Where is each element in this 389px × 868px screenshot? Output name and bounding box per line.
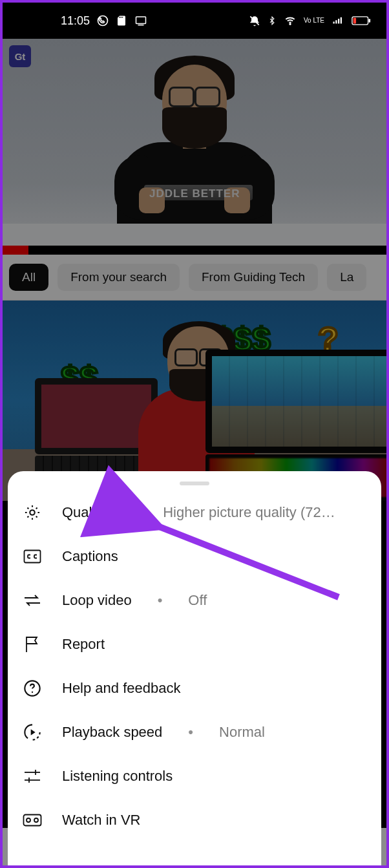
battery-icon bbox=[352, 16, 371, 26]
wifi-icon bbox=[283, 15, 297, 26]
status-time: 11:05 bbox=[61, 14, 90, 28]
svg-point-22 bbox=[34, 818, 38, 822]
svg-rect-8 bbox=[341, 17, 342, 24]
menu-captions-label: Captions bbox=[62, 548, 118, 565]
menu-speed-value: Normal bbox=[219, 724, 367, 741]
status-bar: 11:05 Vo LTE bbox=[3, 3, 386, 39]
cast-icon bbox=[134, 15, 148, 26]
menu-help-label: Help and feedback bbox=[62, 680, 180, 697]
svg-point-12 bbox=[30, 510, 34, 514]
menu-listening-controls[interactable]: Listening controls bbox=[22, 754, 367, 798]
sheet-drag-handle[interactable] bbox=[180, 482, 209, 485]
svg-rect-1 bbox=[136, 17, 146, 24]
menu-quality-label: Quality bbox=[62, 504, 106, 521]
svg-point-21 bbox=[26, 818, 30, 822]
svg-rect-13 bbox=[25, 551, 41, 563]
menu-watch-vr[interactable]: Watch in VR bbox=[22, 798, 367, 842]
playback-speed-icon bbox=[22, 722, 43, 743]
svg-rect-7 bbox=[338, 19, 339, 24]
menu-loop-label: Loop video bbox=[62, 592, 132, 609]
separator-dot: • bbox=[151, 592, 169, 609]
svg-rect-6 bbox=[335, 20, 337, 23]
network-label: Vo LTE bbox=[304, 17, 324, 24]
loop-icon bbox=[22, 590, 43, 611]
menu-report-label: Report bbox=[62, 636, 105, 653]
menu-listening-label: Listening controls bbox=[62, 768, 173, 785]
menu-report[interactable]: Report bbox=[22, 622, 367, 666]
bluetooth-icon bbox=[268, 14, 277, 27]
svg-point-4 bbox=[289, 24, 291, 25]
svg-rect-10 bbox=[368, 19, 370, 22]
signal-icon bbox=[331, 15, 345, 26]
menu-speed-label: Playback speed bbox=[62, 724, 162, 741]
svg-rect-5 bbox=[333, 22, 335, 24]
menu-loop-value: Off bbox=[188, 592, 367, 609]
help-icon bbox=[22, 678, 43, 699]
menu-vr-label: Watch in VR bbox=[62, 812, 140, 829]
separator-dot: • bbox=[125, 504, 143, 521]
captions-icon bbox=[22, 546, 43, 567]
menu-quality-value: Higher picture quality (72… bbox=[163, 504, 367, 521]
sdcard-icon bbox=[116, 14, 127, 27]
settings-bottom-sheet: Quality • Higher picture quality (72… Ca… bbox=[8, 471, 381, 865]
menu-loop-video[interactable]: Loop video • Off bbox=[22, 578, 367, 622]
svg-rect-11 bbox=[353, 18, 356, 24]
separator-dot: • bbox=[182, 724, 200, 741]
flag-icon bbox=[22, 634, 43, 655]
menu-help-feedback[interactable]: Help and feedback bbox=[22, 666, 367, 710]
vr-icon bbox=[22, 810, 43, 831]
whatsapp-icon bbox=[96, 14, 109, 27]
sliders-icon bbox=[22, 766, 43, 787]
menu-playback-speed[interactable]: Playback speed • Normal bbox=[22, 710, 367, 754]
gear-icon bbox=[22, 502, 43, 523]
mute-icon bbox=[248, 14, 261, 27]
menu-captions[interactable]: Captions bbox=[22, 535, 367, 578]
svg-point-15 bbox=[32, 692, 33, 693]
menu-quality[interactable]: Quality • Higher picture quality (72… bbox=[22, 491, 367, 535]
